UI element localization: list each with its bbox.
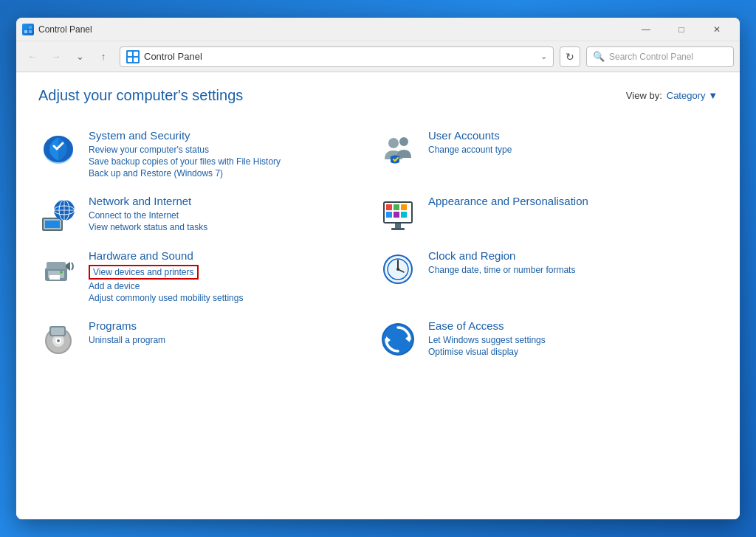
category-ease-access: Ease of Access Let Windows suggest setti… xyxy=(378,312,718,367)
address-icon xyxy=(126,50,140,63)
search-placeholder: Search Control Panel xyxy=(609,52,693,62)
svg-rect-34 xyxy=(47,262,66,269)
appearance-icon xyxy=(378,195,418,235)
svg-point-11 xyxy=(388,138,399,148)
clock-region-title[interactable]: Clock and Region xyxy=(428,249,718,262)
system-security-title[interactable]: System and Security xyxy=(89,129,378,142)
hardware-sound-content: Hardware and Sound View devices and prin… xyxy=(89,249,378,305)
svg-rect-15 xyxy=(45,221,60,228)
svg-rect-35 xyxy=(49,275,60,280)
main-window: Control Panel — □ ✕ ← → ⌄ ↑ Control Pane… xyxy=(16,18,740,519)
categories-grid: System and Security Review your computer… xyxy=(38,122,718,367)
category-user-accounts: User Accounts Change account type xyxy=(378,122,718,187)
hardware-sound-icon xyxy=(38,249,78,289)
backup-restore-link[interactable]: Back up and Restore (Windows 7) xyxy=(89,168,378,179)
svg-rect-31 xyxy=(391,228,405,230)
forward-button[interactable]: → xyxy=(46,46,66,67)
backup-files-link[interactable]: Save backup copies of your files with Fi… xyxy=(89,156,378,167)
review-status-link[interactable]: Review your computer's status xyxy=(89,145,378,155)
clock-region-icon xyxy=(378,249,418,289)
category-network: Network and Internet Connect to the Inte… xyxy=(38,187,378,242)
address-chevron-icon: ⌄ xyxy=(540,52,547,61)
svg-point-12 xyxy=(399,137,408,146)
appearance-title[interactable]: Appearance and Personalisation xyxy=(428,195,718,207)
close-button[interactable]: ✕ xyxy=(700,18,734,41)
category-clock-region: Clock and Region Change date, time or nu… xyxy=(378,242,718,312)
back-button[interactable]: ← xyxy=(22,46,43,67)
optimise-visual-link[interactable]: Optimise visual display xyxy=(428,347,718,357)
svg-rect-26 xyxy=(401,204,407,210)
svg-rect-2 xyxy=(24,30,27,33)
ease-access-title[interactable]: Ease of Access xyxy=(428,319,718,332)
network-content: Network and Internet Connect to the Inte… xyxy=(89,195,378,234)
address-bar[interactable]: Control Panel ⌄ xyxy=(120,46,554,67)
view-by-dropdown[interactable]: Category ▼ xyxy=(667,90,718,101)
network-title[interactable]: Network and Internet xyxy=(89,195,378,207)
view-devices-printers-link[interactable]: View devices and printers xyxy=(89,265,199,280)
system-security-icon xyxy=(38,129,78,169)
user-accounts-content: User Accounts Change account type xyxy=(428,129,718,156)
content-header: Adjust your computer's settings View by:… xyxy=(38,87,718,104)
nav-bar: ← → ⌄ ↑ Control Panel ⌄ ↻ 🔍 Search Contr… xyxy=(16,41,740,72)
up-button[interactable]: ↑ xyxy=(93,46,114,67)
page-title: Adjust your computer's settings xyxy=(38,87,243,104)
svg-rect-27 xyxy=(386,212,392,218)
svg-rect-7 xyxy=(128,58,132,62)
system-security-content: System and Security Review your computer… xyxy=(89,129,378,180)
network-icon xyxy=(38,195,78,235)
svg-rect-8 xyxy=(134,58,138,62)
svg-rect-6 xyxy=(134,52,138,56)
window-icon xyxy=(22,24,34,35)
window-title: Control Panel xyxy=(38,24,629,35)
svg-rect-30 xyxy=(395,224,401,228)
ease-access-content: Ease of Access Let Windows suggest setti… xyxy=(428,319,718,358)
main-content: Adjust your computer's settings View by:… xyxy=(16,72,740,519)
search-bar[interactable]: 🔍 Search Control Panel xyxy=(586,46,734,67)
uninstall-program-link[interactable]: Uninstall a program xyxy=(89,335,378,345)
hardware-sound-title[interactable]: Hardware and Sound xyxy=(89,249,378,262)
category-hardware-sound: Hardware and Sound View devices and prin… xyxy=(38,242,378,312)
svg-point-44 xyxy=(396,268,399,271)
view-by-chevron-icon: ▼ xyxy=(708,90,718,101)
category-programs: Programs Uninstall a program xyxy=(38,312,378,367)
svg-rect-51 xyxy=(51,328,64,335)
svg-rect-24 xyxy=(386,204,392,210)
svg-rect-25 xyxy=(394,204,399,210)
svg-point-49 xyxy=(57,339,60,342)
ease-access-icon xyxy=(378,319,418,359)
add-device-link[interactable]: Add a device xyxy=(89,281,378,291)
svg-rect-28 xyxy=(394,212,399,218)
clock-region-content: Clock and Region Change date, time or nu… xyxy=(428,249,718,277)
refresh-button[interactable]: ↻ xyxy=(560,46,580,67)
programs-content: Programs Uninstall a program xyxy=(89,319,378,347)
svg-rect-1 xyxy=(29,26,32,29)
title-bar: Control Panel — □ ✕ xyxy=(16,18,740,41)
svg-rect-3 xyxy=(29,30,32,33)
svg-rect-29 xyxy=(401,212,407,218)
address-text: Control Panel xyxy=(144,51,537,62)
recent-button[interactable]: ⌄ xyxy=(69,46,90,67)
maximize-button[interactable]: □ xyxy=(664,18,698,41)
view-by-control: View by: Category ▼ xyxy=(626,90,718,101)
windows-suggest-link[interactable]: Let Windows suggest settings xyxy=(428,335,718,345)
category-system-security: System and Security Review your computer… xyxy=(38,122,378,187)
user-accounts-icon xyxy=(378,129,418,169)
window-controls: — □ ✕ xyxy=(629,18,734,41)
svg-point-36 xyxy=(60,271,63,274)
mobility-settings-link[interactable]: Adjust commonly used mobility settings xyxy=(89,293,378,303)
appearance-content: Appearance and Personalisation xyxy=(428,195,718,210)
category-appearance: Appearance and Personalisation xyxy=(378,187,718,242)
view-network-status-link[interactable]: View network status and tasks xyxy=(89,222,378,232)
change-account-type-link[interactable]: Change account type xyxy=(428,145,718,155)
connect-internet-link[interactable]: Connect to the Internet xyxy=(89,210,378,221)
change-date-time-link[interactable]: Change date, time or number formats xyxy=(428,265,718,275)
view-by-label: View by: xyxy=(626,90,662,101)
programs-icon xyxy=(38,319,78,359)
svg-rect-0 xyxy=(24,26,27,29)
user-accounts-title[interactable]: User Accounts xyxy=(428,129,718,142)
svg-rect-5 xyxy=(128,52,132,56)
search-icon: 🔍 xyxy=(593,51,605,62)
programs-title[interactable]: Programs xyxy=(89,319,378,332)
minimize-button[interactable]: — xyxy=(629,18,663,41)
